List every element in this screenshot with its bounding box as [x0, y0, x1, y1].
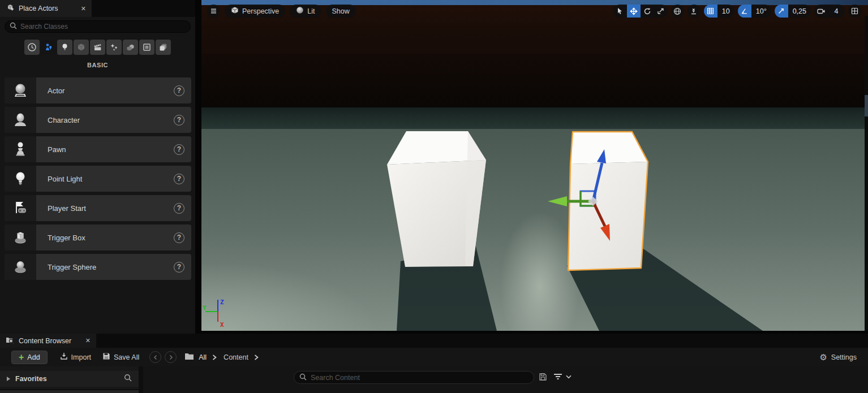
add-button[interactable]: + Add — [11, 351, 48, 364]
list-item-trigger-box[interactable]: Trigger Box ? — [5, 224, 191, 251]
viewport-toolbar-left: Perspective Lit Show — [207, 5, 356, 18]
camera-speed-icon[interactable] — [814, 5, 828, 18]
scale-snap-toggle[interactable] — [775, 5, 788, 18]
tab-content-browser[interactable]: Content Browser ✕ — [0, 334, 96, 348]
content-browser-tabbar: Content Browser ✕ — [0, 334, 868, 348]
category-lights-icon[interactable] — [57, 40, 72, 55]
category-cinematic-icon[interactable] — [90, 40, 105, 55]
svg-text:X: X — [220, 321, 224, 329]
perspective-dropdown[interactable]: Perspective — [225, 5, 285, 18]
rotation-snap-group: 10° — [738, 5, 771, 18]
place-actors-tabbar: Place Actors ✕ — [0, 0, 195, 17]
rotation-snap-value[interactable]: 10° — [751, 5, 771, 18]
help-icon[interactable]: ? — [174, 115, 184, 126]
camera-speed-value[interactable]: 4 — [828, 5, 845, 18]
breadcrumb-content[interactable]: Content — [224, 353, 248, 361]
list-item-player-start[interactable]: Player Start ? — [5, 195, 191, 221]
search-classes-box[interactable] — [5, 20, 191, 33]
transform-tools — [613, 5, 668, 18]
search-icon — [10, 21, 17, 32]
help-icon[interactable]: ? — [174, 174, 184, 184]
scrollbar-thumb[interactable] — [865, 95, 868, 116]
lit-sphere-icon — [296, 6, 304, 16]
next-section-partial[interactable] — [0, 389, 139, 393]
breadcrumb-all[interactable]: All — [199, 353, 207, 361]
back-button[interactable] — [149, 351, 161, 363]
view-mode-dropdown[interactable]: Lit — [290, 5, 321, 18]
camera-speed-group: 4 — [814, 5, 845, 18]
close-icon[interactable]: ✕ — [81, 5, 86, 12]
favorites-section-header[interactable]: Favorites — [0, 371, 139, 387]
show-flags-dropdown[interactable]: Show — [326, 5, 356, 18]
search-content-box[interactable] — [294, 371, 534, 384]
import-button[interactable]: Import — [60, 352, 91, 362]
chevron-down-icon — [566, 375, 571, 379]
filter-button[interactable] — [553, 373, 571, 381]
list-item-actor[interactable]: Actor ? — [5, 77, 191, 103]
trigger-sphere-icon — [5, 254, 36, 280]
category-recently-placed-icon[interactable] — [24, 40, 40, 55]
category-volumes-icon[interactable] — [139, 40, 154, 55]
chevron-right-icon[interactable] — [254, 352, 259, 362]
category-geometry-icon[interactable] — [123, 40, 138, 55]
grid-snap-value[interactable]: 10 — [717, 5, 734, 18]
tab-place-actors[interactable]: Place Actors ✕ — [0, 0, 92, 17]
list-item-character[interactable]: Character ? — [5, 107, 191, 133]
svg-text:Z: Z — [220, 299, 224, 306]
category-basic-icon[interactable] — [41, 40, 56, 55]
viewport-scene: Z Y X — [201, 0, 868, 331]
plus-icon: + — [19, 353, 24, 362]
character-icon — [5, 107, 36, 133]
place-actors-panel: Place Actors ✕ — [0, 0, 195, 334]
gear-icon: ⚙ — [819, 352, 827, 362]
settings-button[interactable]: ⚙ Settings — [819, 352, 857, 362]
search-icon — [299, 373, 307, 383]
help-icon[interactable]: ? — [174, 85, 184, 96]
scale-tool-button[interactable] — [654, 5, 668, 18]
category-shapes-icon[interactable] — [74, 40, 89, 55]
help-icon[interactable]: ? — [174, 203, 184, 214]
select-tool-button[interactable] — [613, 5, 627, 18]
chevron-right-icon — [212, 352, 217, 362]
move-tool-button[interactable] — [627, 5, 641, 18]
list-item-trigger-sphere[interactable]: Trigger Sphere ? — [5, 254, 191, 280]
category-all-classes-icon[interactable] — [156, 40, 171, 55]
search-content-input[interactable] — [311, 374, 528, 382]
save-search-icon[interactable] — [539, 373, 547, 383]
trigger-box-icon — [5, 224, 36, 251]
expander-triangle-icon[interactable] — [7, 377, 10, 381]
search-classes-input[interactable] — [20, 23, 186, 31]
import-icon — [60, 352, 68, 362]
help-icon[interactable]: ? — [174, 262, 184, 273]
close-icon[interactable]: ✕ — [85, 337, 91, 344]
grid-snap-toggle[interactable] — [704, 5, 717, 18]
viewport-toolbar-right: 10 10° 0,25 4 — [613, 5, 861, 18]
level-viewport[interactable]: Z Y X Perspective Lit — [201, 0, 868, 331]
content-browser-body: Favorites — [0, 366, 868, 393]
content-browser-toolbar: + Add Import Save All — [0, 348, 868, 366]
unreal-editor-window: Place Actors ✕ — [0, 0, 868, 393]
help-icon[interactable]: ? — [174, 144, 184, 155]
list-item-pawn[interactable]: Pawn ? — [5, 136, 191, 162]
rotation-snap-toggle[interactable] — [738, 5, 751, 18]
rotate-tool-button[interactable] — [641, 5, 654, 18]
surface-snapping-button[interactable] — [687, 5, 701, 18]
search-icon[interactable] — [124, 374, 132, 384]
scale-snap-value[interactable]: 0,25 — [788, 5, 811, 18]
save-all-button[interactable]: Save All — [102, 352, 139, 362]
forward-button[interactable] — [165, 351, 177, 363]
point-light-icon — [5, 166, 36, 192]
viewport-right-scrollbar[interactable] — [865, 16, 868, 331]
content-browser-panel: Content Browser ✕ + Add Import Save All — [0, 334, 868, 393]
category-visual-effects-icon[interactable] — [106, 40, 122, 55]
category-buttons — [0, 40, 195, 55]
viewport-options-menu-button[interactable] — [207, 5, 220, 18]
cube-actor-left — [387, 131, 486, 267]
world-local-space-button[interactable] — [671, 5, 684, 18]
place-actors-list: Actor ? Character ? Pawn ? — [5, 77, 191, 280]
scale-snap-group: 0,25 — [775, 5, 811, 18]
help-icon[interactable]: ? — [174, 232, 184, 243]
viewport-layout-button[interactable] — [848, 5, 861, 18]
player-start-icon — [5, 195, 36, 221]
list-item-point-light[interactable]: Point Light ? — [5, 166, 191, 192]
